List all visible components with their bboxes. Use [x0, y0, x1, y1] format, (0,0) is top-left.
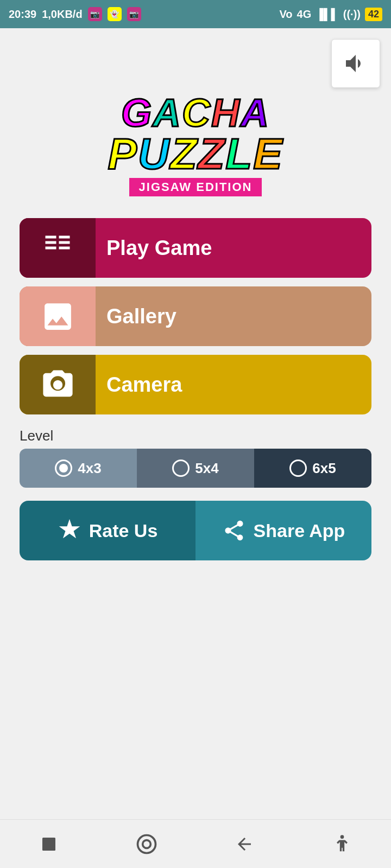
svg-rect-1	[42, 838, 55, 851]
star-icon	[58, 519, 81, 542]
play-game-label: Play Game	[96, 237, 371, 260]
radio-5x4	[172, 459, 190, 477]
speaker-icon	[343, 50, 369, 76]
volte-icon: Vo	[279, 8, 292, 21]
level-4x3[interactable]: 4x3	[20, 449, 137, 488]
level-label: Level	[20, 427, 371, 444]
radio-4x3	[55, 459, 72, 477]
rate-us-label: Rate Us	[89, 520, 158, 541]
radio-6x5	[289, 459, 307, 477]
play-game-button[interactable]: Play Game	[20, 218, 371, 278]
gallery-label: Gallery	[96, 305, 371, 328]
play-game-icon	[20, 218, 96, 278]
nav-back-button[interactable]	[228, 828, 261, 860]
svg-point-4	[340, 835, 344, 839]
status-bar: 20:39 1,0KB/d 📷 👻 📷 Vo 4G ▐▌▌ ((·)) 42	[0, 0, 391, 28]
status-right: Vo 4G ▐▌▌ ((·)) 42	[279, 8, 382, 21]
share-app-label: Share App	[254, 520, 345, 541]
menu-section: Play Game Gallery Camera	[20, 218, 371, 414]
share-icon	[222, 519, 246, 542]
signal-bars-icon: ▐▌▌	[316, 8, 339, 21]
wifi-signal-icon: ((·))	[343, 8, 361, 21]
svg-point-0	[60, 308, 66, 314]
level-5x4[interactable]: 5x4	[137, 449, 254, 488]
battery-indicator: 42	[365, 8, 382, 21]
status-data-speed: 1,0KB/d	[42, 8, 82, 21]
nav-bar	[0, 819, 391, 868]
gallery-icon	[20, 286, 96, 346]
level-4x3-label: 4x3	[78, 460, 101, 477]
sound-button[interactable]	[331, 39, 380, 88]
network-4g-icon: 4G	[297, 8, 312, 21]
camera-button[interactable]: Camera	[20, 355, 371, 414]
nav-accessibility-button[interactable]	[326, 828, 358, 860]
svg-point-3	[143, 840, 151, 848]
instagram-icon: 📷	[88, 7, 102, 21]
logo-puzzle: PUZZLE	[108, 132, 283, 176]
share-app-button[interactable]: Share App	[195, 501, 371, 560]
camera-label: Camera	[96, 373, 371, 397]
rate-us-button[interactable]: Rate Us	[20, 501, 195, 560]
level-options: 4x3 5x4 6x5	[20, 449, 371, 488]
camera-icon	[20, 355, 96, 414]
logo-section: GACHA PUZZLE JIGSAW EDITION	[108, 93, 283, 196]
main-content: GACHA PUZZLE JIGSAW EDITION Play Game	[0, 28, 391, 819]
level-section: Level 4x3 5x4 6x5	[20, 427, 371, 488]
svg-point-2	[138, 835, 156, 853]
rate-share-row: Rate Us Share App	[20, 501, 371, 560]
status-left: 20:39 1,0KB/d 📷 👻 📷	[9, 7, 141, 21]
level-5x4-label: 5x4	[195, 460, 218, 477]
snapchat-icon: 👻	[108, 7, 122, 21]
logo-gacha: GACHA	[108, 93, 283, 132]
radio-inner-4x3	[59, 464, 68, 473]
level-6x5[interactable]: 6x5	[254, 449, 371, 488]
nav-square-button[interactable]	[33, 828, 65, 860]
level-6x5-label: 6x5	[312, 460, 336, 477]
logo-subtitle: JIGSAW EDITION	[108, 176, 283, 196]
nav-home-button[interactable]	[130, 828, 163, 860]
instagram2-icon: 📷	[127, 7, 141, 21]
gallery-button[interactable]: Gallery	[20, 286, 371, 346]
status-time: 20:39	[9, 8, 36, 21]
